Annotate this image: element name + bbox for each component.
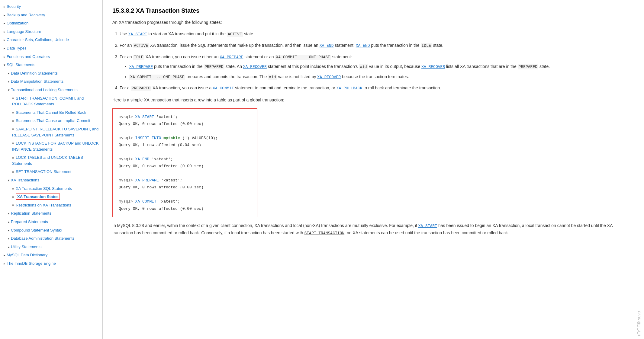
sidebar-item-lock-tables[interactable]: LOCK TABLES and UNLOCK TABLES Statements [0, 153, 102, 168]
arrow-icon: ▸ [4, 21, 5, 26]
xa-end-link-2[interactable]: XA END [356, 43, 370, 48]
sidebar-link-backup[interactable]: Backup and Recovery [7, 13, 45, 17]
sidebar-item-dds[interactable]: ▸Data Definition Statements [0, 69, 102, 78]
sidebar-item-optimization[interactable]: ▸Optimization [0, 19, 102, 27]
sidebar-link-dds[interactable]: Data Definition Statements [11, 71, 58, 75]
xa-commit-link[interactable]: XA COMMIT [213, 86, 234, 91]
arrow-icon: ▾ [8, 88, 10, 92]
sidebar-link-dba[interactable]: Database Administration Statements [11, 236, 74, 241]
sidebar-item-prepared[interactable]: ▸Prepared Statements [0, 218, 102, 226]
prepared-code-3: PREPARED [131, 86, 151, 91]
sidebar-link-xa-restrictions[interactable]: Restrictions on XA Transactions [16, 203, 71, 207]
page-title: 15.3.8.2 XA Transaction States [112, 7, 632, 14]
bullet-icon [12, 196, 14, 198]
sidebar-item-innodb[interactable]: ▸The InnoDB Storage Engine [0, 259, 102, 268]
active-code-1: ACTIVE [227, 32, 243, 37]
sidebar-link-functions[interactable]: Functions and Operators [7, 54, 50, 59]
sidebar-item-savepoint[interactable]: SAVEPOINT, ROLLBACK TO SAVEPOINT, and RE… [0, 125, 102, 139]
sidebar-link-charsets[interactable]: Character Sets, Collations, Unicode [7, 37, 69, 42]
arrow-icon: ▸ [8, 236, 10, 241]
sidebar-item-implicit-commit[interactable]: Statements That Cause an Implicit Commit [0, 117, 102, 125]
xa-end-link-1[interactable]: XA END [320, 43, 334, 48]
main-content: 15.3.8.2 XA Transaction States An XA tra… [103, 0, 644, 339]
sidebar-item-utility[interactable]: ▸Utility Statements [0, 243, 102, 251]
idle-code-1: IDLE [421, 43, 432, 48]
sidebar-item-set-transaction[interactable]: SET TRANSACTION Statement [0, 168, 102, 176]
bullet-icon [12, 98, 14, 99]
sidebar-item-backup[interactable]: ▸Backup and Recovery [0, 11, 102, 19]
sidebar-item-xa-sql[interactable]: XA Transaction SQL Statements [0, 184, 102, 193]
code-line-1: mysql> XA START 'xatest'; [119, 114, 251, 120]
sidebar-link-xa-states[interactable]: XA Transaction States [16, 193, 60, 200]
sidebar-item-xa-states[interactable]: XA Transaction States [0, 193, 102, 201]
sidebar-link-lock-tables[interactable]: LOCK TABLES and UNLOCK TABLES Statements [12, 155, 83, 166]
code-line-9: mysql> XA COMMIT 'xatest'; [119, 198, 251, 205]
arrow-icon: ▸ [4, 30, 5, 34]
sidebar-item-functions[interactable]: ▸Functions and Operators [0, 53, 102, 61]
arrow-icon: ▾ [4, 63, 5, 67]
xa-start-link[interactable]: XA START [128, 32, 147, 37]
sidebar-link-prepared[interactable]: Prepared Statements [11, 219, 48, 224]
xa-recover-link-1[interactable]: XA RECOVER [243, 65, 267, 69]
simple-text: Here is a simple XA transaction that ins… [112, 97, 632, 103]
idle-code-2: IDLE [133, 55, 144, 60]
sidebar-link-utility[interactable]: Utility Statements [11, 245, 41, 249]
sidebar-link-start-transaction[interactable]: START TRANSACTION, COMMIT, and ROLLBACK … [12, 96, 84, 107]
sidebar-item-data-dict[interactable]: ▸MySQL Data Dictionary [0, 251, 102, 259]
xa-recover-link-2[interactable]: XA RECOVER [421, 65, 445, 69]
sidebar-link-innodb[interactable]: The InnoDB Storage Engine [7, 261, 56, 266]
sidebar-link-xa[interactable]: XA Transactions [11, 178, 39, 182]
sidebar: ▸Security▸Backup and Recovery▸Optimizati… [0, 0, 103, 339]
sidebar-item-xa[interactable]: ▾XA Transactions [0, 176, 102, 184]
sidebar-link-security[interactable]: Security [7, 4, 21, 9]
sidebar-item-security[interactable]: ▸Security [0, 2, 102, 11]
bullet-icon [12, 204, 14, 206]
sidebar-link-lock-instance[interactable]: LOCK INSTANCE FOR BACKUP and UNLOCK INST… [12, 141, 99, 152]
sidebar-link-sql[interactable]: SQL Statements [7, 62, 35, 67]
sidebar-link-compound[interactable]: Compound Statement Syntax [11, 228, 62, 232]
sidebar-link-set-transaction[interactable]: SET TRANSACTION Statement [16, 169, 71, 174]
xa-prepare-link-2[interactable]: XA PREPARE [129, 65, 153, 69]
sidebar-item-dba[interactable]: ▸Database Administration Statements [0, 234, 102, 243]
xa-commit-one-phase-code: XA COMMIT ... ONE PHASE [275, 55, 331, 60]
sidebar-item-cannot-rollback[interactable]: Statements That Cannot Be Rolled Back [0, 108, 102, 117]
sidebar-item-compound[interactable]: ▸Compound Statement Syntax [0, 226, 102, 235]
code-line-8: Query OK, 0 rows affected (0.00 sec) [119, 184, 251, 191]
sidebar-link-cannot-rollback[interactable]: Statements That Cannot Be Rolled Back [16, 110, 86, 115]
sidebar-link-dms[interactable]: Data Manipulation Statements [11, 79, 63, 84]
sidebar-item-language[interactable]: ▸Language Structure [0, 27, 102, 36]
sidebar-item-datatypes[interactable]: ▸Data Types [0, 44, 102, 53]
xa-start-link-2[interactable]: XA START [418, 224, 437, 228]
arrow-icon: ▸ [4, 55, 5, 59]
xa-prepare-link-1[interactable]: XA PREPARE [220, 55, 243, 59]
xa-rollback-link[interactable]: XA ROLLBACK [336, 86, 362, 91]
sidebar-link-implicit-commit[interactable]: Statements That Cause an Implicit Commit [16, 118, 90, 123]
sidebar-item-xa-restrictions[interactable]: Restrictions on XA Transactions [0, 201, 102, 209]
arrow-icon: ▸ [8, 228, 10, 233]
code-line-3: mysql> INSERT INTO mytable (i) VALUES(10… [119, 135, 251, 142]
sidebar-link-optimization[interactable]: Optimization [7, 21, 28, 25]
sidebar-item-tls[interactable]: ▾Transactional and Locking Statements [0, 86, 102, 94]
code-line-6: Query OK, 0 rows affected (0.00 sec) [119, 163, 251, 170]
bullet-icon [12, 171, 14, 173]
sidebar-link-savepoint[interactable]: SAVEPOINT, ROLLBACK TO SAVEPOINT, and RE… [12, 127, 98, 137]
bullet-icon [12, 112, 14, 114]
sidebar-link-language[interactable]: Language Structure [7, 29, 41, 34]
sidebar-link-datatypes[interactable]: Data Types [7, 46, 27, 50]
xa-recover-link-3[interactable]: XA RECOVER [317, 75, 341, 79]
sidebar-link-tls[interactable]: Transactional and Locking Statements [11, 88, 78, 92]
sidebar-item-sql[interactable]: ▾SQL Statements [0, 61, 102, 69]
sidebar-item-start-transaction[interactable]: START TRANSACTION, COMMIT, and ROLLBACK … [0, 94, 102, 108]
sidebar-item-charsets[interactable]: ▸Character Sets, Collations, Unicode [0, 36, 102, 44]
sidebar-item-dms[interactable]: ▸Data Manipulation Statements [0, 77, 102, 86]
sidebar-item-lock-instance[interactable]: LOCK INSTANCE FOR BACKUP and UNLOCK INST… [0, 139, 102, 153]
sidebar-item-replication[interactable]: ▸Replication Statements [0, 209, 102, 218]
step-2: For an ACTIVE XA transaction, issue the … [120, 42, 632, 49]
steps-list: Use XA START to start an XA transaction … [120, 30, 632, 92]
prepared-code-2: PREPARED [518, 64, 538, 69]
code-line-4: Query OK, 1 row affected (0.04 sec) [119, 142, 251, 149]
sidebar-link-data-dict[interactable]: MySQL Data Dictionary [7, 253, 47, 257]
sidebar-link-xa-sql[interactable]: XA Transaction SQL Statements [16, 186, 72, 191]
sidebar-link-replication[interactable]: Replication Statements [11, 211, 51, 216]
arrow-icon: ▸ [8, 211, 10, 216]
